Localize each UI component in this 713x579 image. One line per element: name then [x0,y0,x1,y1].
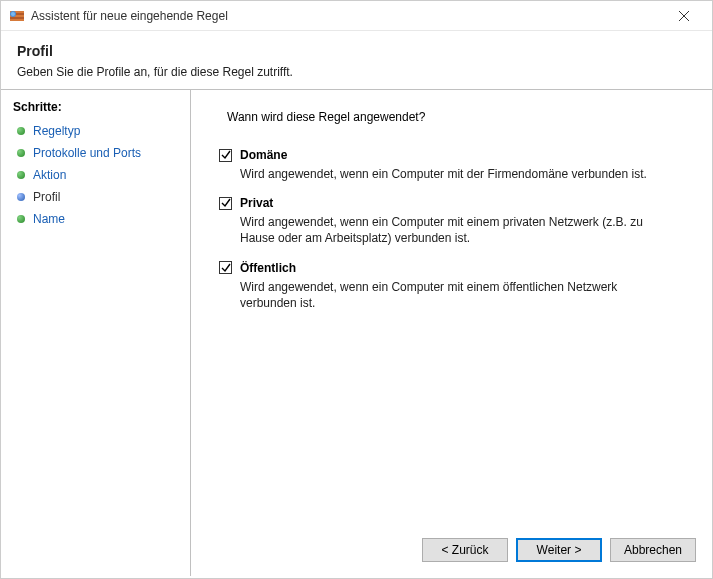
step-bullet-icon [17,149,25,157]
main-panel: Wann wird diese Regel angewendet? Domäne… [191,90,712,576]
step-label: Protokolle und Ports [33,146,141,160]
option-domain-desc: Wird angewendet, wenn ein Computer mit d… [240,166,670,182]
close-icon [679,11,689,21]
step-bullet-icon [17,127,25,135]
firewall-icon [9,8,25,24]
window-title: Assistent für neue eingehende Regel [31,9,664,23]
page-title: Profil [17,43,696,59]
wizard-body: Schritte: Regeltyp Protokolle und Ports … [1,89,712,576]
check-icon [221,263,231,273]
option-public-label: Öffentlich [240,261,296,275]
steps-sidebar: Schritte: Regeltyp Protokolle und Ports … [1,90,191,576]
close-button[interactable] [664,2,704,30]
titlebar: Assistent für neue eingehende Regel [1,1,712,31]
option-public-desc: Wird angewendet, wenn ein Computer mit e… [240,279,670,311]
step-label: Aktion [33,168,66,182]
back-button[interactable]: < Zurück [422,538,508,562]
step-label: Regeltyp [33,124,80,138]
option-domain: Domäne Wird angewendet, wenn ein Compute… [219,148,692,182]
option-public: Öffentlich Wird angewendet, wenn ein Com… [219,261,692,311]
check-icon [221,198,231,208]
option-private-desc: Wird angewendet, wenn ein Computer mit e… [240,214,670,246]
checkbox-private[interactable] [219,197,232,210]
profile-options: Domäne Wird angewendet, wenn ein Compute… [219,148,692,311]
step-regeltyp[interactable]: Regeltyp [11,120,190,142]
question-text: Wann wird diese Regel angewendet? [227,110,692,124]
step-bullet-icon [17,215,25,223]
checkbox-public[interactable] [219,261,232,274]
page-subtitle: Geben Sie die Profile an, für die diese … [17,65,696,79]
step-label: Name [33,212,65,226]
check-icon [221,150,231,160]
step-label: Profil [33,190,60,204]
svg-point-5 [11,12,15,16]
option-domain-label: Domäne [240,148,287,162]
wizard-header: Profil Geben Sie die Profile an, für die… [1,31,712,89]
step-name[interactable]: Name [11,208,190,230]
steps-heading: Schritte: [11,100,190,114]
checkbox-domain[interactable] [219,149,232,162]
wizard-buttons: < Zurück Weiter > Abbrechen [422,538,696,562]
step-profil[interactable]: Profil [11,186,190,208]
next-button[interactable]: Weiter > [516,538,602,562]
step-bullet-icon [17,171,25,179]
option-private-label: Privat [240,196,273,210]
cancel-button[interactable]: Abbrechen [610,538,696,562]
svg-rect-3 [10,19,24,21]
step-protokolle-ports[interactable]: Protokolle und Ports [11,142,190,164]
step-bullet-icon [17,193,25,201]
option-private: Privat Wird angewendet, wenn ein Compute… [219,196,692,246]
step-aktion[interactable]: Aktion [11,164,190,186]
